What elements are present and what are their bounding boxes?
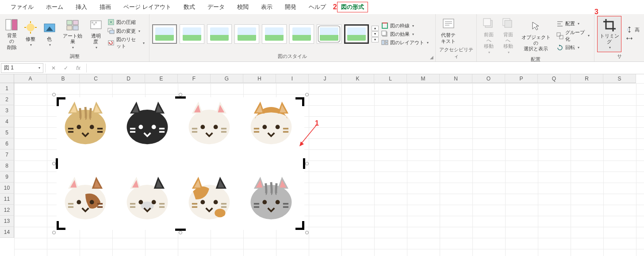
reset-picture-button[interactable]: 図のリセット▾ xyxy=(106,36,146,50)
crop-handle-corner[interactable] xyxy=(302,97,304,106)
enter-formula-button[interactable]: ✓ xyxy=(60,65,72,71)
selection-pane-button[interactable]: オブジェクトの 選択と表示 xyxy=(518,16,554,55)
menu-page-layout[interactable]: ページ レイアウト xyxy=(117,1,177,13)
column-header[interactable]: I xyxy=(276,74,309,83)
column-header[interactable]: H xyxy=(243,74,276,83)
corrections-button[interactable]: 修整▾ xyxy=(22,16,39,52)
style-thumb[interactable] xyxy=(207,24,232,44)
picture-effects-button[interactable]: 図の効果▾ xyxy=(380,30,433,38)
column-header[interactable]: J xyxy=(309,74,341,83)
menu-home[interactable]: ホーム xyxy=(40,1,69,13)
menu-picture-format[interactable]: 図の形式 xyxy=(337,2,368,12)
gallery-down-button[interactable]: ▾ xyxy=(372,31,379,37)
row-header[interactable]: 14 xyxy=(0,227,14,238)
send-backward-button[interactable]: 背面へ 移動▾ xyxy=(499,16,517,55)
column-header[interactable]: C xyxy=(80,74,112,83)
width-field[interactable] xyxy=(624,34,641,42)
styles-dialog-launcher[interactable]: ◢ xyxy=(430,55,433,60)
rotate-button[interactable]: 回転▾ xyxy=(555,44,591,52)
group-button[interactable]: グループ化▾ xyxy=(555,29,591,43)
menu-data[interactable]: データ xyxy=(201,1,231,13)
name-box-dropdown-icon[interactable]: ▾ xyxy=(38,66,40,70)
inserted-picture[interactable] xyxy=(57,97,304,230)
menu-review[interactable]: 校閲 xyxy=(231,1,255,13)
menu-developer[interactable]: 開発 xyxy=(279,1,303,13)
alt-text-button[interactable]: 代替テ キスト xyxy=(438,16,458,46)
column-header[interactable]: R xyxy=(571,74,603,83)
row-header[interactable]: 3 xyxy=(0,105,14,116)
column-header[interactable]: B xyxy=(47,74,80,83)
cancel-formula-button[interactable]: ✕ xyxy=(47,65,60,71)
align-button[interactable]: 配置▾ xyxy=(555,20,591,28)
column-header[interactable]: Q xyxy=(538,74,571,83)
row-header[interactable]: 6 xyxy=(0,138,14,149)
style-thumb[interactable] xyxy=(234,24,259,44)
fx-button[interactable]: fx xyxy=(72,65,84,71)
row-header[interactable]: 2 xyxy=(0,94,14,105)
column-header[interactable]: G xyxy=(211,74,243,83)
menu-formulas[interactable]: 数式 xyxy=(177,1,201,13)
row-header[interactable]: 10 xyxy=(0,183,14,194)
style-thumb[interactable] xyxy=(180,24,204,44)
row-header[interactable]: 5 xyxy=(0,127,14,138)
resize-handle[interactable] xyxy=(305,93,309,96)
row-header[interactable]: 1 xyxy=(0,83,14,94)
row-header[interactable]: 9 xyxy=(0,172,14,183)
style-thumb[interactable] xyxy=(152,24,177,44)
resize-handle[interactable] xyxy=(52,93,56,96)
row-header[interactable]: 11 xyxy=(0,194,14,205)
menu-file[interactable]: ファイル xyxy=(4,1,40,13)
column-header[interactable]: D xyxy=(112,74,145,83)
column-header[interactable]: E xyxy=(145,74,178,83)
cells-area[interactable]: 1 xyxy=(14,83,644,256)
gallery-more-button[interactable]: ▾ xyxy=(372,37,379,42)
style-thumb[interactable] xyxy=(262,24,287,44)
name-box[interactable]: 図 1 ▾ xyxy=(1,63,43,73)
column-header[interactable]: A xyxy=(14,74,47,83)
height-field[interactable]: 高 xyxy=(624,26,641,34)
crop-handle-side[interactable] xyxy=(175,96,186,99)
resize-handle[interactable] xyxy=(52,162,56,165)
row-header[interactable]: 8 xyxy=(0,160,14,172)
column-header[interactable]: M xyxy=(407,74,440,83)
remove-background-button[interactable]: 背景の 削除 xyxy=(3,16,21,52)
style-thumb[interactable] xyxy=(317,24,341,44)
crop-button[interactable]: トリミング▾ xyxy=(597,16,621,52)
select-all-corner[interactable] xyxy=(0,74,14,83)
row-header[interactable]: 7 xyxy=(0,149,14,160)
resize-handle[interactable] xyxy=(52,231,56,234)
column-header[interactable]: P xyxy=(505,74,538,83)
artistic-effects-button[interactable]: アート効果▾ xyxy=(59,16,86,52)
style-thumb[interactable] xyxy=(344,24,369,44)
crop-handle-corner[interactable] xyxy=(57,221,59,230)
bring-forward-button[interactable]: 前面へ 移動▾ xyxy=(479,16,498,55)
crop-handle-corner[interactable] xyxy=(57,97,59,106)
transparency-button[interactable]: 透明 度▾ xyxy=(87,16,105,52)
column-header[interactable]: O xyxy=(472,74,505,83)
resize-handle[interactable] xyxy=(305,162,309,165)
menu-help[interactable]: ヘルプ xyxy=(303,1,332,13)
menu-view[interactable]: 表示 xyxy=(255,1,279,13)
column-header[interactable]: N xyxy=(440,74,472,83)
picture-styles-gallery[interactable]: ▴ ▾ ▾ xyxy=(152,16,379,52)
column-header[interactable]: S xyxy=(603,74,636,83)
gallery-up-button[interactable]: ▴ xyxy=(372,26,379,31)
menu-insert[interactable]: 挿入 xyxy=(69,1,93,13)
crop-handle-side[interactable] xyxy=(56,158,58,169)
column-header[interactable]: K xyxy=(341,74,374,83)
compress-pictures-button[interactable]: 図の圧縮 xyxy=(106,18,146,26)
row-header[interactable]: 12 xyxy=(0,205,14,216)
crop-handle-corner[interactable] xyxy=(302,221,304,230)
resize-handle[interactable] xyxy=(179,231,182,234)
resize-handle[interactable] xyxy=(179,93,182,96)
style-thumb[interactable] xyxy=(289,24,314,44)
picture-layout-button[interactable]: 図のレイアウト▾ xyxy=(380,38,433,46)
column-header[interactable]: F xyxy=(178,74,211,83)
change-picture-button[interactable]: 図の変更▾ xyxy=(106,27,146,35)
resize-handle[interactable] xyxy=(305,231,309,234)
row-header[interactable]: 4 xyxy=(0,116,14,127)
picture-border-button[interactable]: 図の枠線▾ xyxy=(380,22,433,30)
row-header[interactable]: 13 xyxy=(0,216,14,227)
column-header[interactable]: L xyxy=(374,74,407,83)
color-button[interactable]: 色▾ xyxy=(41,16,58,52)
